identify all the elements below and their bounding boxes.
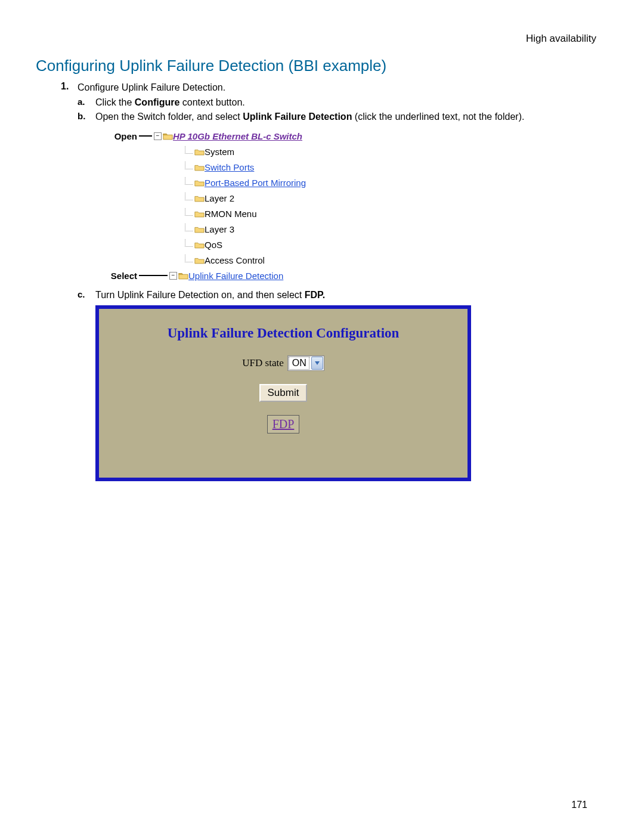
tree-children: SystemSwitch PortsPort-Based Port Mirror… [104, 144, 367, 268]
tree-branch-icon [185, 193, 193, 200]
select-label: Select [104, 271, 137, 281]
tree-item-label: Layer 2 [205, 193, 234, 203]
document-page: High availability Configuring Uplink Fai… [0, 0, 644, 833]
tree-last-row: Select − Uplink Failure Detection [104, 268, 367, 283]
folder-icon [194, 194, 205, 202]
tree-branch-icon [185, 255, 193, 262]
tree-item: Switch Ports [185, 159, 367, 175]
tree-branch-icon [185, 239, 193, 247]
substep-c: Turn Uplink Failure Detection on, and th… [78, 289, 608, 481]
fdp-link[interactable]: FDP [267, 415, 300, 433]
submit-button[interactable]: Submit [259, 384, 308, 402]
tree-item: System [185, 144, 367, 159]
page-number: 171 [571, 800, 587, 810]
tree-branch-icon [185, 162, 193, 169]
tree-branch-icon [185, 146, 193, 154]
folder-icon [194, 209, 205, 218]
folder-icon [194, 225, 205, 233]
folder-icon [194, 256, 205, 264]
tree-item: RMON Menu [185, 206, 367, 221]
substep-b: Open the Switch folder, and select Uplin… [78, 111, 608, 283]
tree-item-label: RMON Menu [205, 209, 257, 219]
section-title: Configuring Uplink Failure Detection (BB… [36, 57, 608, 75]
substep-c-pre: Turn Uplink Failure Detection on, and th… [95, 290, 305, 300]
tree-item: Port-Based Port Mirroring [185, 175, 367, 190]
substep-a-pre: Click the [95, 97, 135, 107]
connector-line-icon [139, 135, 152, 137]
tree-item-label: Access Control [205, 255, 265, 265]
header-chapter: High availability [526, 33, 596, 45]
tree-view: Open − HP 10Gb Ethernet BL-c Switch Syst… [104, 128, 367, 283]
tree-item-label: Layer 3 [205, 224, 234, 234]
folder-icon [194, 147, 205, 156]
folder-icon [194, 163, 205, 171]
folder-icon [194, 178, 205, 187]
substep-a: Click the Configure context button. [78, 97, 608, 109]
substep-b-pre: Open the Switch folder, and select [95, 112, 243, 122]
substep-list: Click the Configure context button. Open… [78, 97, 608, 481]
ufd-state-label: UFD state [242, 357, 283, 369]
collapse-icon[interactable]: − [154, 132, 162, 140]
ufd-panel-title: Uplink Failure Detection Configuration [168, 326, 400, 341]
substep-c-bold: FDP. [305, 290, 325, 300]
ufd-config-panel: Uplink Failure Detection Configuration U… [95, 305, 471, 481]
tree-item-label: System [205, 147, 234, 157]
folder-open-icon [178, 271, 188, 280]
tree-ufd-link[interactable]: Uplink Failure Detection [188, 271, 283, 281]
tree-root-row: Open − HP 10Gb Ethernet BL-c Switch [104, 128, 367, 144]
tree-item: Access Control [185, 252, 367, 268]
chevron-down-icon[interactable] [311, 357, 323, 370]
tree-branch-icon [185, 224, 193, 231]
tree-branch-icon [185, 208, 193, 216]
step-1: Configure Uplink Failure Detection. Clic… [36, 81, 608, 481]
ufd-state-row: UFD state ON [242, 355, 324, 371]
tree-root-link[interactable]: HP 10Gb Ethernet BL-c Switch [173, 131, 302, 141]
tree-item-label: QoS [205, 240, 222, 250]
substep-b-bold: Uplink Failure Detection [243, 112, 352, 122]
tree-item-label[interactable]: Port-Based Port Mirroring [205, 178, 306, 188]
step-list: Configure Uplink Failure Detection. Clic… [36, 81, 608, 481]
substep-a-bold: Configure [135, 97, 180, 107]
substep-a-post: context button. [179, 97, 244, 107]
tree-branch-icon [185, 177, 193, 185]
tree-item: Layer 3 [185, 221, 367, 237]
ufd-state-select[interactable]: ON [287, 355, 324, 371]
ufd-state-value: ON [289, 357, 309, 370]
collapse-icon[interactable]: − [169, 272, 177, 280]
folder-icon [194, 240, 205, 249]
open-label: Open [104, 131, 137, 141]
tree-item: QoS [185, 237, 367, 252]
folder-open-icon [163, 132, 173, 140]
step-1-text: Configure Uplink Failure Detection. [78, 81, 608, 94]
tree-item: Layer 2 [185, 190, 367, 206]
connector-line-icon [139, 275, 168, 276]
substep-b-post: (click the underlined text, not the fold… [352, 112, 524, 122]
tree-item-label[interactable]: Switch Ports [205, 162, 254, 172]
